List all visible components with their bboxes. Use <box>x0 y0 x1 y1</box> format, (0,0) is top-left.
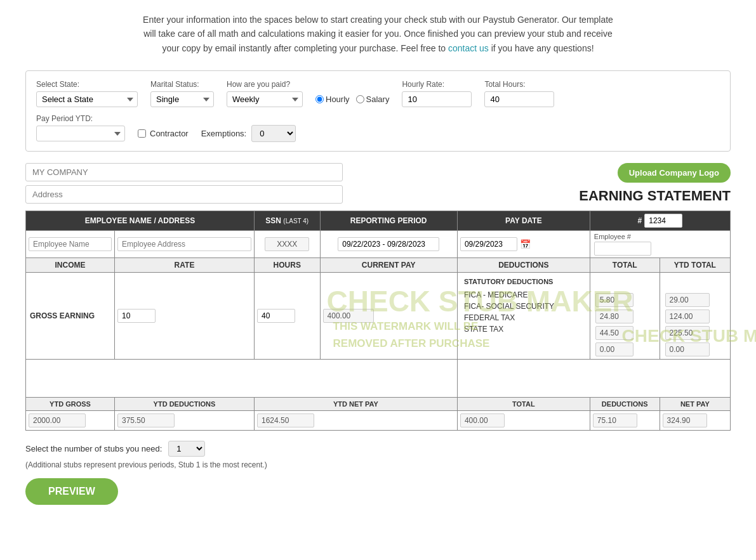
col-hours-header: HOURS <box>255 258 321 273</box>
federal-tax-total-row <box>593 325 657 341</box>
preview-button[interactable]: PREVIEW <box>25 478 118 505</box>
total-input <box>460 413 505 427</box>
marital-select[interactable]: Single <box>150 91 214 107</box>
employee-address-input[interactable] <box>117 237 251 251</box>
employee-number-input[interactable] <box>594 242 651 256</box>
federal-tax-ytd-row <box>663 325 727 341</box>
fica-medicare-total <box>595 293 633 307</box>
reporting-period-input[interactable] <box>338 237 439 251</box>
company-address-input[interactable] <box>25 185 343 204</box>
deductions-label-cell: DEDUCTIONS <box>590 398 660 411</box>
col-ytd-total-header: YTD TOTAL <box>660 258 730 273</box>
net-pay-input <box>663 413 707 427</box>
state-tax-ytd <box>665 342 710 356</box>
hourly-rate-input[interactable] <box>402 91 472 107</box>
stub-number-input[interactable] <box>644 214 682 228</box>
pay-period-group: Pay Period YTD: <box>36 114 125 141</box>
main-content-row: GROSS EARNING CHECK STUB MAKER THIS WATE… <box>26 273 731 360</box>
company-right-section: Upload Company Logo EARNING STATEMENT <box>579 163 731 204</box>
upload-logo-button[interactable]: Upload Company Logo <box>618 163 731 183</box>
gross-hours-input[interactable] <box>257 309 295 323</box>
hourly-radio-label[interactable]: Hourly <box>315 94 350 104</box>
exemptions-group: Exemptions: 0 <box>201 125 296 142</box>
deductions-ytd: CHECK STUB MAKER <box>660 273 730 360</box>
hash-label: # <box>638 216 642 225</box>
stubs-count-select[interactable]: 1 2 3 4 <box>168 441 205 457</box>
col-employee-name-address: EMPLOYEE NAME / ADDRESS <box>26 211 255 231</box>
ytd-gross-value-cell <box>26 411 115 431</box>
deductions-section: STATUTORY DEDUCTIONS FICA - MEDICARE FIC… <box>457 273 590 360</box>
fica-social-ytd <box>665 309 710 323</box>
col-current-pay-header: CURRENT PAY <box>320 258 457 273</box>
federal-tax-row: FEDERAL TAX <box>461 312 586 323</box>
company-name-input[interactable] <box>25 163 343 181</box>
deductions-ytd-inner <box>663 292 727 358</box>
col-rate-header: RATE <box>115 258 255 273</box>
salary-radio-label[interactable]: Salary <box>356 94 390 104</box>
pay-type-control-group: How are you paid? Weekly <box>227 80 303 107</box>
contractor-checkbox[interactable] <box>138 129 146 138</box>
contact-us-link[interactable]: contact us <box>448 43 489 53</box>
fica-medicare-ytd <box>665 293 710 307</box>
ytd-deductions-label-cell: YTD DEDUCTIONS <box>115 398 255 411</box>
state-select[interactable]: Select a State <box>36 91 138 107</box>
state-tax-ytd-row <box>663 341 727 358</box>
gross-current-pay-cell: CHECK STUB MAKER THIS WATERMARK WILL BER… <box>320 273 457 360</box>
top-controls-panel: Select State: Select a State Marital Sta… <box>25 70 731 152</box>
hourly-rate-label: Hourly Rate: <box>402 80 472 89</box>
hourly-radio[interactable] <box>315 95 324 103</box>
bottom-section: Select the number of stubs you need: 1 2… <box>25 441 731 505</box>
gross-rate-input[interactable] <box>117 309 156 323</box>
pay-method-group: Hourly Salary <box>315 94 389 104</box>
exemptions-label: Exemptions: <box>201 129 247 138</box>
calendar-icon[interactable]: 📅 <box>520 239 531 249</box>
total-label-cell: TOTAL <box>457 398 590 411</box>
salary-radio[interactable] <box>356 95 364 103</box>
intro-text-2: will take care of all math and calculati… <box>143 29 613 39</box>
federal-tax-label: FEDERAL TAX <box>461 312 586 323</box>
pay-period-select[interactable] <box>36 126 125 141</box>
state-tax-total <box>595 342 633 356</box>
col-deductions-header: DEDUCTIONS <box>457 258 590 273</box>
net-pay-label-cell: NET PAY <box>660 398 730 411</box>
total-hours-group: Total Hours: <box>484 80 554 107</box>
fica-medicare-label: FICA - MEDICARE <box>461 289 586 301</box>
employee-hash-label: Employee # <box>594 233 726 240</box>
intro-text-1: Enter your information into the spaces b… <box>143 15 613 25</box>
contractor-label: Contractor <box>150 129 189 138</box>
federal-tax-total <box>595 326 633 340</box>
deductions-value-cell <box>590 411 660 431</box>
deductions-totals <box>590 273 660 360</box>
col-pay-date: PAY DATE <box>457 211 590 231</box>
ssn-cell <box>255 231 321 258</box>
total-hours-input[interactable] <box>484 91 554 107</box>
ssn-input[interactable] <box>265 237 309 251</box>
gross-rate-cell <box>115 273 255 360</box>
employee-name-input[interactable] <box>29 237 112 251</box>
fica-medicare-row: FICA - MEDICARE <box>461 289 586 301</box>
total-hours-label: Total Hours: <box>484 80 554 89</box>
gross-hours-cell <box>255 273 321 360</box>
hourly-rate-group: Hourly Rate: <box>402 80 472 107</box>
fica-medicare-total-row <box>593 292 657 308</box>
state-label: Select State: <box>36 80 138 89</box>
state-tax-row: STATE TAX <box>461 323 586 335</box>
marital-label: Marital Status: <box>150 80 214 89</box>
stub-table: EMPLOYEE NAME / ADDRESS SSN (LAST 4) REP… <box>25 211 731 431</box>
stubs-select-label: Select the number of stubs you need: <box>25 444 162 453</box>
ytd-deductions-value-cell <box>115 411 255 431</box>
gross-earning-label: GROSS EARNING <box>26 273 115 360</box>
ytd-deductions-input <box>117 413 175 427</box>
fica-social-ytd-row <box>663 308 727 325</box>
col-ssn: SSN (LAST 4) <box>255 211 321 231</box>
fica-social-label: FICA- SOCIAL SECURITY <box>461 301 586 312</box>
exemptions-select[interactable]: 0 <box>251 125 296 142</box>
pay-date-input[interactable] <box>460 237 517 251</box>
ytd-gross-label-cell: YTD GROSS <box>26 398 115 411</box>
employee-name-cell <box>26 231 115 258</box>
marital-control-group: Marital Status: Single <box>150 80 214 107</box>
pay-type-select[interactable]: Weekly <box>227 91 303 107</box>
state-tax-total-row <box>593 341 657 358</box>
pay-period-label: Pay Period YTD: <box>36 114 125 123</box>
col-income-header: INCOME <box>26 258 115 273</box>
